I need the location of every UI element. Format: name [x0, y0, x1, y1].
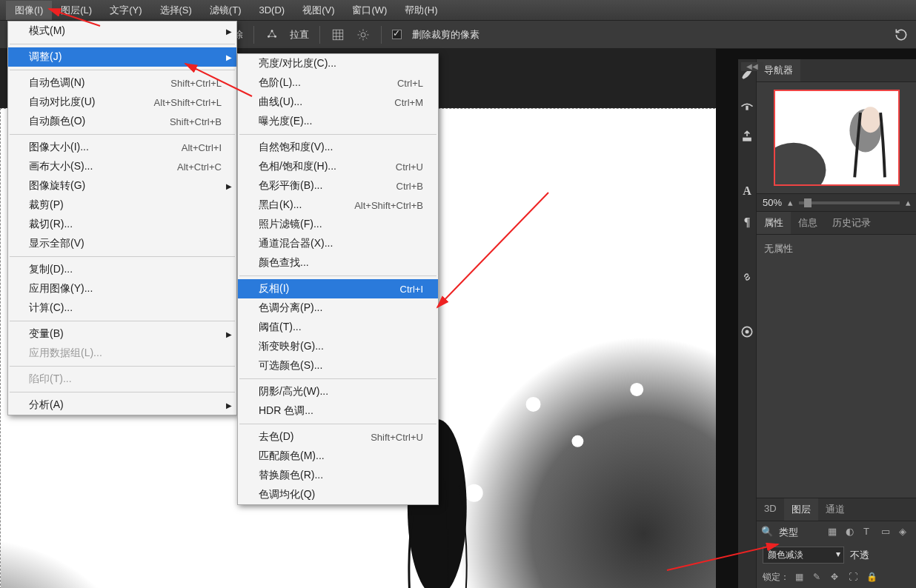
menu-select[interactable]: 选择(S) [151, 1, 201, 20]
grid-icon[interactable] [331, 27, 345, 42]
menu-vibrance[interactable]: 自然饱和度(V)... [238, 138, 438, 157]
svg-point-4 [361, 33, 365, 37]
menu-mode[interactable]: 模式(M)▶ [8, 21, 236, 41]
kind-select[interactable]: 类型 [779, 526, 823, 539]
brush-preset-icon[interactable] [738, 96, 756, 114]
menu-replace-color[interactable]: 替换颜色(R)... [238, 466, 438, 485]
menu-trap: 陷印(T)... [8, 370, 236, 389]
lock-artboard-icon[interactable]: ⛶ [849, 572, 860, 584]
svg-rect-13 [743, 138, 751, 141]
menu-filter[interactable]: 滤镜(T) [201, 1, 250, 20]
menu-match-color[interactable]: 匹配颜色(M)... [238, 447, 438, 466]
vertical-toolbar: A ¶ [738, 59, 757, 588]
lock-position-icon[interactable]: ✥ [831, 572, 843, 584]
reset-icon[interactable] [894, 27, 909, 42]
tab-channels[interactable]: 通道 [818, 498, 852, 521]
navigator-thumbnail[interactable] [757, 82, 916, 193]
menu-curves[interactable]: 曲线(U)...Ctrl+M [238, 93, 438, 112]
filter-adjust-icon[interactable]: ◐ [846, 526, 859, 539]
options-icon[interactable] [265, 27, 279, 42]
zoom-value: 50% [763, 197, 782, 208]
menu-photo-filter[interactable]: 照片滤镜(F)... [238, 215, 438, 234]
tab-properties[interactable]: 属性 [757, 212, 791, 234]
zoom-in-icon[interactable]: ▴ [906, 197, 911, 208]
menu-shadows-highlights[interactable]: 阴影/高光(W)... [238, 382, 438, 401]
cc-libraries-icon[interactable] [738, 323, 756, 341]
menu-desaturate[interactable]: 去色(D)Shift+Ctrl+U [238, 427, 438, 447]
filter-shape-icon[interactable]: ▭ [881, 526, 895, 539]
menu-posterize[interactable]: 色调分离(P)... [238, 298, 438, 318]
adjustments-submenu: 亮度/对比度(C)... 色阶(L)...Ctrl+L 曲线(U)...Ctrl… [237, 53, 439, 505]
menu-rotation[interactable]: 图像旋转(G)▶ [8, 176, 236, 196]
menu-image[interactable]: 图像(I) [6, 1, 52, 20]
menu-brightness-contrast[interactable]: 亮度/对比度(C)... [238, 54, 438, 73]
tab-history[interactable]: 历史记录 [825, 212, 878, 234]
menu-analysis[interactable]: 分析(A)▶ [8, 395, 236, 415]
menu-hdr-toning[interactable]: HDR 色调... [238, 401, 438, 421]
menu-black-white[interactable]: 黑白(K)...Alt+Shift+Ctrl+B [238, 196, 438, 215]
menu-auto-contrast[interactable]: 自动对比度(U)Alt+Shift+Ctrl+L [8, 93, 236, 112]
menu-levels[interactable]: 色阶(L)...Ctrl+L [238, 73, 438, 93]
menu-image-size[interactable]: 图像大小(I)...Alt+Ctrl+I [8, 138, 236, 157]
tab-layers[interactable]: 图层 [784, 498, 818, 521]
svg-point-15 [746, 330, 749, 334]
no-properties-label: 无属性 [764, 243, 793, 254]
menu-help[interactable]: 帮助(H) [396, 1, 446, 20]
menu-adjustments[interactable]: 调整(J)▶ [8, 47, 236, 67]
filter-pixel-icon[interactable]: ▦ [828, 526, 841, 539]
menu-selective-color[interactable]: 可选颜色(S)... [238, 356, 438, 375]
menu-channel-mixer[interactable]: 通道混合器(X)... [238, 234, 438, 253]
gear-icon[interactable] [356, 27, 371, 42]
menu-equalize[interactable]: 色调均化(Q) [238, 485, 438, 504]
menu-auto-color[interactable]: 自动颜色(O)Shift+Ctrl+B [8, 112, 236, 131]
menu-gradient-map[interactable]: 渐变映射(G)... [238, 337, 438, 356]
zoom-slider[interactable] [799, 201, 900, 204]
tab-info[interactable]: 信息 [791, 212, 825, 234]
svg-point-7 [526, 397, 541, 412]
character-icon[interactable]: A [738, 182, 756, 200]
menu-reveal-all[interactable]: 显示全部(V) [8, 234, 236, 253]
tab-3d[interactable]: 3D [757, 498, 784, 521]
menu-apply-dataset: 应用数据组(L)... [8, 344, 236, 363]
lock-transparent-icon[interactable]: ▦ [795, 572, 807, 584]
filter-smart-icon[interactable]: ◈ [899, 526, 912, 539]
lock-paint-icon[interactable]: ✎ [813, 572, 825, 584]
delete-cropped-checkbox[interactable] [392, 30, 402, 39]
menu-duplicate[interactable]: 复制(D)... [8, 260, 236, 279]
menu-3d[interactable]: 3D(D) [250, 1, 293, 19]
opacity-label: 不透 [850, 549, 869, 562]
paragraph-icon[interactable]: ¶ [738, 213, 756, 231]
image-menu-dropdown: 模式(M)▶ 调整(J)▶ 自动色调(N)Shift+Ctrl+L 自动对比度(… [7, 21, 237, 415]
straighten-label[interactable]: 拉直 [290, 28, 309, 41]
menu-layer[interactable]: 图层(L) [52, 1, 101, 20]
menu-trim[interactable]: 裁切(R)... [8, 215, 236, 234]
filter-type-icon[interactable]: T [863, 526, 877, 539]
navigator-tabs: 导航器 [757, 59, 916, 82]
filter-kind-search-icon[interactable]: 🔍 [761, 526, 774, 539]
menu-threshold[interactable]: 阈值(T)... [238, 318, 438, 337]
menu-exposure[interactable]: 曝光度(E)... [238, 112, 438, 131]
svg-point-9 [465, 484, 483, 502]
lock-all-icon[interactable]: 🔒 [866, 572, 878, 584]
collapse-handle[interactable]: ◀◀ [741, 62, 763, 71]
blend-mode-select[interactable]: 颜色减淡 [763, 547, 844, 564]
right-panel-dock: A ¶ 导航器 50% ▴ ▴ [738, 59, 916, 588]
menu-auto-tone[interactable]: 自动色调(N)Shift+Ctrl+L [8, 73, 236, 93]
menu-window[interactable]: 窗口(W) [343, 1, 396, 20]
menu-invert[interactable]: 反相(I)Ctrl+I [238, 279, 438, 298]
svg-point-8 [571, 435, 583, 447]
menu-calculations[interactable]: 计算(C)... [8, 298, 236, 318]
menu-canvas-size[interactable]: 画布大小(S)...Alt+Ctrl+C [8, 157, 236, 176]
link-icon[interactable] [738, 268, 756, 286]
zoom-out-icon[interactable]: ▴ [788, 197, 793, 208]
layers-tabs: 3D 图层 通道 [757, 498, 916, 521]
menu-color-balance[interactable]: 色彩平衡(B)...Ctrl+B [238, 176, 438, 196]
menu-color-lookup[interactable]: 颜色查找... [238, 253, 438, 273]
menu-apply-image[interactable]: 应用图像(Y)... [8, 279, 236, 298]
menu-crop[interactable]: 裁剪(P) [8, 196, 236, 215]
menu-view[interactable]: 视图(V) [293, 1, 343, 20]
menu-variables[interactable]: 变量(B)▶ [8, 324, 236, 344]
clone-source-icon[interactable] [738, 127, 756, 145]
menu-text[interactable]: 文字(Y) [101, 1, 150, 20]
menu-hue-saturation[interactable]: 色相/饱和度(H)...Ctrl+U [238, 157, 438, 176]
